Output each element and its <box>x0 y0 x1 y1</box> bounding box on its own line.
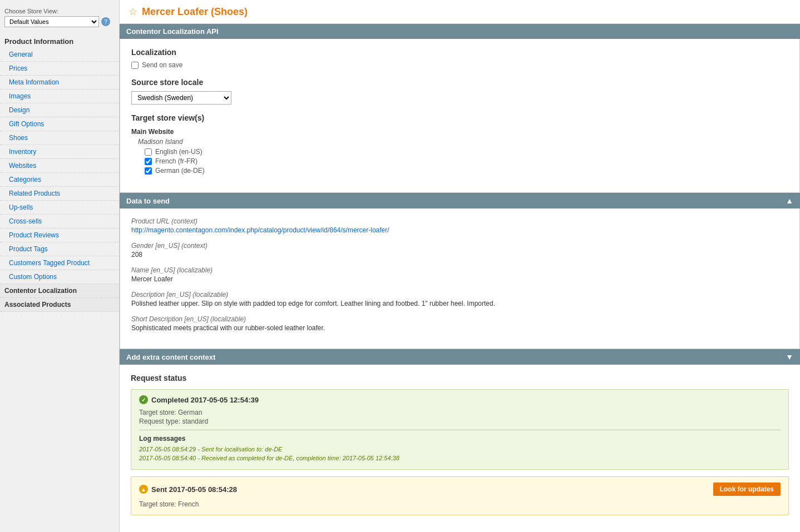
sidebar-item-contentor-localization[interactable]: Contentor Localization <box>0 284 119 298</box>
sidebar-item-prices[interactable]: Prices <box>0 62 119 76</box>
sidebar-item-categories[interactable]: Categories <box>0 173 119 187</box>
store-view-select[interactable]: Default Values <box>4 16 99 27</box>
source-locale-title: Source store locale <box>131 78 788 87</box>
sent-target-store: Target store: French <box>139 500 781 508</box>
data-field-product-url: Product URL (context) http://magento.con… <box>131 217 788 234</box>
locale-en-us-checkbox[interactable] <box>145 148 152 156</box>
data-field-product-url-value: http://magento.contentagon.com/index.php… <box>131 226 788 234</box>
app-wrapper: Choose Store View: Default Values ? Prod… <box>0 0 800 532</box>
locale-en-us-label: English (en-US) <box>155 148 203 156</box>
data-to-send-header[interactable]: Data to send ▲ <box>120 193 800 208</box>
locale-de-de-checkbox[interactable] <box>145 167 152 175</box>
request-status-title: Request status <box>131 374 789 382</box>
sidebar: Choose Store View: Default Values ? Prod… <box>0 0 120 532</box>
send-on-save-label: Send on save <box>142 61 182 69</box>
completed-target-store: Target store: German <box>139 409 781 416</box>
log-message-1: 2017-05-05 08:54:40 - Received as comple… <box>139 455 781 461</box>
extra-content-header[interactable]: Add extra content context ▼ <box>120 349 800 365</box>
store-view-select-wrapper: Default Values ? <box>4 16 115 27</box>
sidebar-item-customers-tagged-product[interactable]: Customers Tagged Product <box>0 256 119 270</box>
status-card-sent-header: ▲ Sent 2017-05-05 08:54:28 Look for upda… <box>139 483 781 496</box>
send-on-save-row: Send on save <box>131 61 788 69</box>
data-field-gender-value: 208 <box>131 251 788 258</box>
data-field-short-description-label: Short Description [en_US] (localizable) <box>131 315 788 323</box>
sidebar-item-up-sells[interactable]: Up-sells <box>0 201 119 215</box>
store-view-selector: Choose Store View: Default Values ? <box>0 4 119 33</box>
data-to-send-section: Data to send ▲ Product URL (context) htt… <box>120 193 800 349</box>
page-title-bar: ☆ Mercer Loafer (Shoes) <box>120 0 800 24</box>
data-field-description-label: Description [en_US] (localizable) <box>131 291 788 299</box>
sidebar-item-inventory[interactable]: Inventory <box>0 145 119 159</box>
source-locale-select[interactable]: Swedish (Sweden) <box>131 91 231 105</box>
sidebar-item-general[interactable]: General <box>0 48 119 62</box>
sent-icon: ▲ <box>139 485 148 494</box>
sidebar-item-websites[interactable]: Websites <box>0 159 119 173</box>
content-area: Choose Store View: Default Values ? Prod… <box>0 0 800 532</box>
sidebar-section-title: Product Information <box>0 33 119 48</box>
collapse-icon: ▲ <box>786 196 793 205</box>
localization-api-section: Contentor Localization API Localization … <box>120 24 800 193</box>
main-content: ☆ Mercer Loafer (Shoes) Contentor Locali… <box>120 0 800 532</box>
status-card-completed-title: ✓ Completed 2017-05-05 12:54:39 <box>139 395 259 404</box>
localization-api-header[interactable]: Contentor Localization API <box>120 24 800 39</box>
locale-fr-fr-checkbox[interactable] <box>145 158 152 165</box>
extra-content-section: Add extra content context ▼ <box>120 349 800 365</box>
extra-content-title: Add extra content context <box>126 353 215 361</box>
sidebar-item-cross-sells[interactable]: Cross-sells <box>0 215 119 228</box>
sidebar-item-gift-options[interactable]: Gift Options <box>0 117 119 131</box>
page-title: Mercer Loafer (Shoes) <box>142 6 248 18</box>
sidebar-item-design[interactable]: Design <box>0 103 119 117</box>
log-messages-title: Log messages <box>139 435 781 442</box>
data-field-product-url-label: Product URL (context) <box>131 217 788 225</box>
sidebar-item-meta-information[interactable]: Meta Information <box>0 76 119 90</box>
data-to-send-body: Product URL (context) http://magento.con… <box>120 208 800 349</box>
data-field-name-value: Mercer Loafer <box>131 275 788 283</box>
product-icon: ☆ <box>129 6 137 18</box>
status-card-sent: ▲ Sent 2017-05-05 08:54:28 Look for upda… <box>131 476 789 515</box>
locale-fr-fr: French (fr-FR) <box>145 157 788 165</box>
main-website-label: Main Website <box>131 128 788 136</box>
source-locale-group: Source store locale Swedish (Sweden) <box>131 78 788 105</box>
send-on-save-checkbox[interactable] <box>131 62 139 69</box>
data-field-description: Description [en_US] (localizable) Polish… <box>131 291 788 307</box>
status-card-completed-body: Target store: German Request type: stand… <box>139 409 781 461</box>
data-field-name-label: Name [en_US] (localizable) <box>131 266 788 274</box>
store-view-label: Choose Store View: <box>4 8 115 14</box>
request-status-area: Request status ✓ Completed 2017-05-05 12… <box>120 374 800 532</box>
expand-icon: ▼ <box>786 352 793 361</box>
locale-de-de: German (de-DE) <box>145 167 788 175</box>
status-card-completed-header: ✓ Completed 2017-05-05 12:54:39 <box>139 395 781 404</box>
data-to-send-title: Data to send <box>126 197 170 205</box>
data-field-short-description: Short Description [en_US] (localizable) … <box>131 315 788 332</box>
data-field-gender: Gender [en_US] (context) 208 <box>131 242 788 258</box>
completed-icon: ✓ <box>139 395 148 404</box>
sidebar-item-associated-products[interactable]: Associated Products <box>0 298 119 312</box>
localization-api-body: Localization Send on save Source store l… <box>120 39 800 193</box>
sidebar-item-product-reviews[interactable]: Product Reviews <box>0 228 119 242</box>
target-store-group: Target store view(s) Main Website Madiso… <box>131 113 788 175</box>
sidebar-item-shoes[interactable]: Shoes <box>0 131 119 145</box>
locale-fr-fr-label: French (fr-FR) <box>155 157 197 165</box>
log-message-0: 2017-05-05 08:54:29 - Sent for localisat… <box>139 446 781 453</box>
locale-en-us: English (en-US) <box>145 148 788 156</box>
sent-title-text: Sent 2017-05-05 08:54:28 <box>151 485 237 494</box>
localization-title: Localization <box>131 48 788 57</box>
locale-de-de-label: German (de-DE) <box>155 167 205 175</box>
help-icon[interactable]: ? <box>101 17 110 26</box>
completed-title-text: Completed 2017-05-05 12:54:39 <box>151 396 259 404</box>
status-card-sent-title: ▲ Sent 2017-05-05 08:54:28 <box>139 485 237 494</box>
data-field-name: Name [en_US] (localizable) Mercer Loafer <box>131 266 788 283</box>
data-field-description-value: Polished leather upper. Slip on style wi… <box>131 300 788 307</box>
localization-group: Localization Send on save <box>131 48 788 69</box>
status-divider <box>139 430 781 430</box>
sidebar-item-custom-options[interactable]: Custom Options <box>0 270 119 284</box>
data-field-gender-label: Gender [en_US] (context) <box>131 242 788 250</box>
madison-island-label: Madison Island <box>138 138 788 146</box>
sidebar-item-product-tags[interactable]: Product Tags <box>0 242 119 256</box>
target-store-title: Target store view(s) <box>131 113 788 122</box>
sidebar-item-images[interactable]: Images <box>0 90 119 103</box>
status-card-completed: ✓ Completed 2017-05-05 12:54:39 Target s… <box>131 389 789 470</box>
completed-request-type: Request type: standard <box>139 417 781 425</box>
sidebar-item-related-products[interactable]: Related Products <box>0 187 119 201</box>
look-for-updates-button[interactable]: Look for updates <box>713 483 781 496</box>
